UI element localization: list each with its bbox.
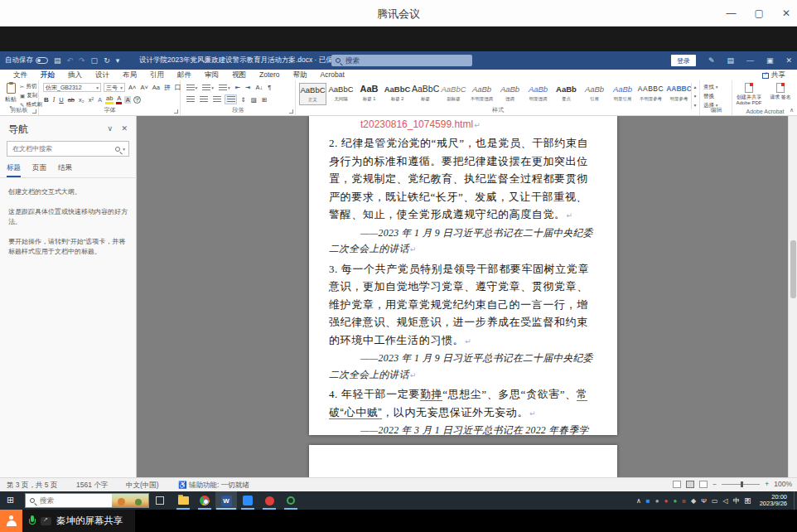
dialog-launcher-icon[interactable] bbox=[174, 109, 178, 114]
copy-button[interactable]: ▣复制 bbox=[20, 92, 42, 99]
taskbar-app-word[interactable]: W bbox=[215, 491, 237, 510]
document-icon[interactable]: ▢ bbox=[91, 56, 99, 65]
style-card-明显引用[interactable]: AaBb明显引用 bbox=[609, 83, 636, 105]
close-icon[interactable]: ✕ bbox=[782, 7, 790, 19]
accessibility-status[interactable]: 辅助功能: 一切就绪 bbox=[189, 481, 249, 491]
word-search-input[interactable] bbox=[344, 56, 443, 65]
text-effects-button[interactable]: A bbox=[97, 96, 103, 104]
paste-button[interactable]: 粘贴 ▾ bbox=[3, 83, 18, 106]
decrease-indent-icon[interactable]: ⇤ bbox=[234, 83, 241, 92]
style-card-正文[interactable]: AaBbC正文 bbox=[299, 83, 326, 105]
grow-font-button[interactable]: A˄ bbox=[128, 84, 137, 91]
replace-button[interactable]: 替换 bbox=[703, 93, 714, 100]
word-restore-icon[interactable]: ▣ bbox=[766, 56, 774, 65]
bullets-icon[interactable]: ▾ bbox=[185, 84, 199, 92]
language-indicator[interactable]: 中文(中国) bbox=[126, 481, 159, 491]
character-border-button[interactable]: 囗 bbox=[173, 84, 181, 92]
underline-button[interactable]: U bbox=[58, 96, 64, 104]
document-page-2[interactable] bbox=[309, 445, 617, 477]
style-card-不明显参考[interactable]: AABBC不明显参考 bbox=[637, 83, 664, 105]
ime-lang-icon[interactable]: 中 bbox=[733, 496, 740, 505]
print-layout-icon[interactable] bbox=[686, 481, 694, 488]
shrink-font-button[interactable]: A˅ bbox=[139, 84, 148, 91]
taskbar-app-app-red[interactable] bbox=[258, 491, 280, 510]
tray-pin-icon[interactable]: ◆ bbox=[691, 497, 696, 505]
ribbon-options-icon[interactable]: ▤ bbox=[727, 56, 734, 65]
tray-meeting-icon[interactable]: ■ bbox=[646, 497, 650, 505]
screen-share-indicator[interactable]: 秦坤的屏幕共享 bbox=[22, 510, 135, 532]
increase-indent-icon[interactable]: ⇥ bbox=[244, 83, 252, 92]
save-icon[interactable]: ▤ bbox=[54, 56, 61, 65]
align-center-icon[interactable] bbox=[198, 95, 209, 104]
ime-mode-icon[interactable]: 图 bbox=[745, 496, 751, 505]
read-mode-icon[interactable] bbox=[673, 481, 681, 488]
style-card-副标题[interactable]: AaBbC副标题 bbox=[440, 83, 467, 105]
nav-tab-标题[interactable]: 标题 bbox=[7, 163, 21, 177]
nav-tab-结果[interactable]: 结果 bbox=[58, 163, 72, 177]
taskbar-search-input[interactable] bbox=[38, 496, 109, 505]
word-search-box[interactable] bbox=[331, 55, 472, 66]
word-close-icon[interactable]: ✕ bbox=[785, 56, 792, 65]
highlight-button[interactable]: ab bbox=[105, 94, 114, 104]
taskbar-clock[interactable]: 20:00 2023/9/26 bbox=[760, 494, 787, 508]
font-family-select[interactable]: 仿宋_GB2312▾ bbox=[43, 83, 101, 92]
font-color-button[interactable]: A bbox=[116, 94, 122, 104]
tray-security-icon[interactable]: ● bbox=[664, 497, 669, 505]
nav-close-icon[interactable]: ✕ bbox=[121, 124, 128, 133]
nav-chevron-down-icon[interactable]: ∨ bbox=[107, 124, 113, 133]
font-size-select[interactable]: 三号▾ bbox=[104, 83, 125, 92]
tray-display-icon[interactable]: ▭ bbox=[712, 497, 718, 505]
document-page-1[interactable]: t20230816_1074599.html↵2. 纪律是管党治党的“戒尺”，也… bbox=[309, 116, 617, 435]
style-card-强调[interactable]: AaBb强调 bbox=[496, 83, 524, 105]
multilevel-list-icon[interactable]: ▾ bbox=[218, 84, 232, 92]
style-card-标题[interactable]: AaBbC标题 bbox=[412, 83, 439, 105]
autosave-toggle[interactable]: 自动保存 bbox=[5, 56, 48, 65]
line-spacing-icon[interactable]: ⇕ bbox=[239, 95, 247, 104]
zoom-out-icon[interactable]: − bbox=[712, 480, 717, 488]
quickaccess-caret-icon[interactable]: ▾ bbox=[116, 56, 120, 65]
sort-icon[interactable]: A↓ bbox=[254, 83, 264, 92]
tray-app-icon[interactable]: ■ bbox=[682, 497, 686, 505]
show-desktop-button[interactable] bbox=[794, 491, 797, 510]
signin-button[interactable]: 登录 bbox=[671, 55, 696, 66]
zoom-level[interactable]: 100% bbox=[774, 480, 792, 488]
dialog-launcher-icon[interactable] bbox=[289, 109, 293, 114]
character-shading-button[interactable]: A bbox=[124, 96, 131, 104]
web-layout-icon[interactable] bbox=[699, 481, 708, 488]
caret-icon[interactable]: ▾ bbox=[123, 147, 125, 152]
superscript-button[interactable]: x² bbox=[88, 96, 94, 104]
numbering-icon[interactable]: ▾ bbox=[201, 84, 215, 92]
taskbar-app-tencent-docs[interactable] bbox=[237, 491, 258, 510]
taskbar-app-app-green[interactable] bbox=[280, 491, 302, 510]
style-card-无间隔[interactable]: AaBbC无间隔 bbox=[327, 83, 355, 105]
share-button[interactable]: 共享 bbox=[762, 70, 785, 80]
justify-icon[interactable] bbox=[225, 94, 237, 104]
word-minimize-icon[interactable]: — bbox=[746, 56, 754, 65]
align-left-icon[interactable] bbox=[185, 95, 196, 104]
tray-wechat-icon[interactable]: ● bbox=[673, 497, 677, 505]
taskbar-app-chrome[interactable] bbox=[194, 491, 215, 510]
zoom-in-icon[interactable]: + bbox=[765, 480, 769, 488]
minimize-icon[interactable]: — bbox=[727, 7, 737, 19]
page-indicator[interactable]: 第 3 页，共 5 页 bbox=[7, 481, 57, 491]
nav-search-input[interactable] bbox=[11, 144, 113, 153]
zoom-slider-thumb[interactable] bbox=[741, 481, 743, 487]
style-card-不明显强调[interactable]: AaBb不明显强调 bbox=[468, 83, 495, 105]
italic-button[interactable]: I bbox=[52, 96, 56, 104]
phonetic-guide-button[interactable]: 拼 bbox=[163, 84, 171, 92]
subscript-button[interactable]: x₂ bbox=[78, 96, 85, 104]
start-button[interactable]: ⊞ bbox=[7, 495, 14, 505]
tray-mic-icon[interactable]: Ψ bbox=[701, 497, 707, 505]
news-weather-widget[interactable] bbox=[112, 493, 148, 508]
history-icon[interactable]: ↻ bbox=[104, 56, 110, 65]
shading-icon[interactable]: ▨ bbox=[249, 95, 258, 104]
word-count[interactable]: 1561 个字 bbox=[76, 481, 108, 491]
pen-icon[interactable]: ✎ bbox=[708, 56, 715, 65]
undo-icon[interactable]: ↶ bbox=[67, 56, 74, 65]
tray-cloud-icon[interactable]: ● bbox=[655, 497, 659, 505]
change-case-button[interactable]: Aa bbox=[152, 84, 161, 91]
maximize-icon[interactable]: ▢ bbox=[755, 7, 764, 19]
style-card-明显参考[interactable]: AABBC明显参考 bbox=[665, 83, 693, 105]
nav-tab-页面[interactable]: 页面 bbox=[32, 163, 46, 177]
redo-icon[interactable]: ↷ bbox=[79, 56, 85, 65]
